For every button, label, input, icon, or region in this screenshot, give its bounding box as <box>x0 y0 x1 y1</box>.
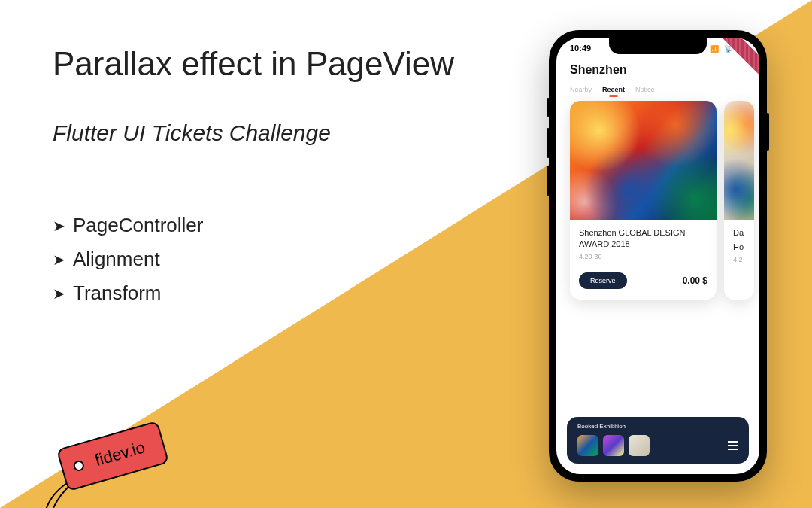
card-date: 4.2 <box>733 256 745 263</box>
tab-nearby[interactable]: Nearby <box>570 86 592 93</box>
card-image <box>724 101 754 220</box>
city-heading: Shenzhen <box>556 53 759 83</box>
phone-notch <box>609 38 707 54</box>
menu-icon[interactable] <box>728 441 738 450</box>
tag-label: fidev.io <box>92 437 147 470</box>
booked-thumb[interactable] <box>603 435 624 456</box>
phone-mockup: 10:49 📶 📡 🔋 Shenzhen Nearby Recent Notic… <box>549 30 767 482</box>
booked-thumb[interactable] <box>577 435 598 456</box>
card-subtitle: Ho <box>733 242 745 253</box>
card-title: Da <box>733 227 745 239</box>
reserve-button[interactable]: Reserve <box>579 272 627 289</box>
booked-label: Booked Exhibition <box>577 423 626 430</box>
tab-bar: Nearby Recent Notice <box>556 83 759 101</box>
status-time: 10:49 <box>570 44 591 53</box>
event-card[interactable]: Shenzhen GLOBAL DESIGN AWARD 2018 4.20-3… <box>570 101 717 300</box>
bottom-bar: Booked Exhibition <box>567 417 749 464</box>
tab-notice[interactable]: Notice <box>635 86 655 93</box>
card-image <box>570 101 717 220</box>
card-date: 4.20-30 <box>579 253 707 260</box>
tab-recent[interactable]: Recent <box>602 86 625 93</box>
signal-icon: 📶 <box>710 45 719 53</box>
card-title: Shenzhen GLOBAL DESIGN AWARD 2018 <box>579 227 707 250</box>
event-card-peek[interactable]: Da Ho 4.2 <box>724 101 754 300</box>
tag-hole-icon <box>72 459 85 472</box>
card-price: 0.00 $ <box>683 275 707 286</box>
booked-thumb[interactable] <box>629 435 650 456</box>
